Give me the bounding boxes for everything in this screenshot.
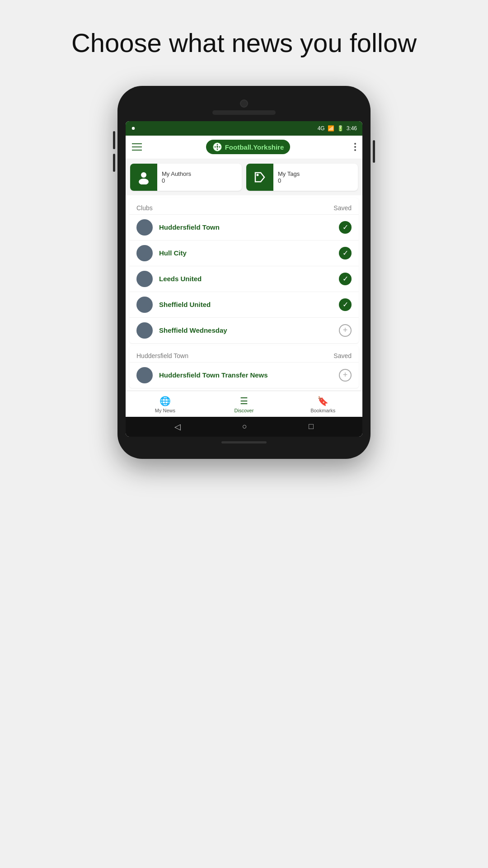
clubs-title: Clubs (136, 204, 153, 212)
volume-down-btn (113, 154, 115, 172)
leeds-saved-check[interactable]: ✓ (339, 273, 352, 285)
hull-name: Hull City (159, 249, 333, 257)
page-heading: Choose what news you follow (53, 27, 435, 59)
discover-icon: ☰ (240, 396, 248, 406)
table-row[interactable]: Huddersfield Town ✓ (129, 214, 359, 240)
battery-icon: 🔋 (337, 125, 344, 132)
transfer-news-add-button[interactable]: + (339, 369, 352, 382)
nav-item-discover[interactable]: ☰ Discover (205, 391, 284, 417)
huddersfield-section-saved-label: Saved (333, 352, 352, 359)
huddersfield-name: Huddersfield Town (159, 223, 333, 231)
list-item[interactable]: Huddersfield Town Transfer News + (129, 362, 359, 388)
transfer-news-avatar (136, 367, 153, 383)
huddersfield-section: Huddersfield Town Saved Huddersfield Tow… (129, 346, 359, 388)
my-tags-info: My Tags 0 (278, 168, 300, 187)
huddersfield-section-title: Huddersfield Town (136, 352, 188, 359)
tab-my-tags[interactable]: My Tags 0 (246, 164, 358, 191)
huddersfield-saved-check[interactable]: ✓ (339, 221, 352, 234)
discover-label: Discover (235, 408, 254, 413)
network-label: 4G (318, 125, 325, 132)
app-bar: Football.Yorkshire (126, 136, 362, 159)
signal-icon: 📶 (328, 125, 334, 132)
phone-speaker (212, 110, 276, 115)
bottom-nav: 🌐 My News ☰ Discover 🔖 Bookmarks (126, 391, 362, 417)
back-button[interactable]: ◁ (174, 422, 181, 432)
time-label: 3:46 (347, 125, 357, 132)
my-tags-count: 0 (278, 177, 300, 184)
more-options-button[interactable] (354, 143, 356, 151)
sheffield-united-avatar (136, 297, 153, 313)
leeds-name: Leeds United (159, 275, 333, 283)
svg-point-8 (139, 179, 149, 184)
nav-item-bookmarks[interactable]: 🔖 Bookmarks (283, 391, 362, 417)
phone-screen: ⏺ 4G 📶 🔋 3:46 (126, 121, 362, 437)
table-row[interactable]: Sheffield Wednesday + (129, 317, 359, 343)
phone-camera (240, 99, 248, 108)
huddersfield-avatar (136, 219, 153, 236)
tabs-row: My Authors 0 My Tags 0 (126, 159, 362, 195)
android-nav-bar: ◁ ○ □ (126, 417, 362, 437)
clubs-saved-label: Saved (333, 204, 352, 212)
phone-bottom-bar (221, 441, 267, 443)
huddersfield-section-header: Huddersfield Town Saved (129, 346, 359, 362)
logo-text-football: Football. (225, 143, 253, 151)
recents-button[interactable]: □ (309, 422, 314, 431)
app-logo: Football.Yorkshire (206, 140, 291, 154)
leeds-avatar (136, 271, 153, 287)
my-authors-count: 0 (162, 177, 191, 184)
sheffield-wednesday-name: Sheffield Wednesday (159, 326, 333, 334)
svg-point-9 (257, 174, 259, 176)
music-icon: ⏺ (131, 126, 136, 131)
tab-my-authors[interactable]: My Authors 0 (130, 164, 242, 191)
power-btn (373, 140, 375, 163)
my-authors-info: My Authors 0 (162, 168, 191, 187)
hull-saved-check[interactable]: ✓ (339, 247, 352, 259)
svg-point-7 (141, 172, 146, 178)
hamburger-button[interactable] (132, 143, 142, 151)
my-tags-label: My Tags (278, 170, 300, 177)
transfer-news-name: Huddersfield Town Transfer News (159, 371, 333, 379)
nav-item-my-news[interactable]: 🌐 My News (126, 391, 205, 417)
status-right: 4G 📶 🔋 3:46 (318, 125, 357, 132)
logo-text: Football.Yorkshire (225, 143, 284, 151)
person-icon (136, 170, 151, 184)
table-row[interactable]: Sheffield United ✓ (129, 292, 359, 317)
hull-avatar (136, 245, 153, 261)
my-tags-icon-box (246, 164, 273, 191)
my-authors-label: My Authors (162, 170, 191, 177)
clubs-section-header: Clubs Saved (129, 198, 359, 214)
table-row[interactable]: Leeds United ✓ (129, 266, 359, 292)
phone-frame: ⏺ 4G 📶 🔋 3:46 (117, 86, 371, 459)
bookmarks-label: Bookmarks (310, 408, 335, 413)
tag-icon (253, 170, 267, 184)
table-row[interactable]: Hull City ✓ (129, 240, 359, 266)
sheffield-wednesday-avatar (136, 322, 153, 339)
volume-up-btn (113, 131, 115, 149)
clubs-section: Clubs Saved Huddersfield Town ✓ Hull Cit… (129, 198, 359, 343)
sheffield-united-name: Sheffield United (159, 301, 333, 308)
my-news-icon: 🌐 (160, 396, 171, 406)
status-bar: ⏺ 4G 📶 🔋 3:46 (126, 121, 362, 136)
status-left: ⏺ (131, 126, 136, 131)
logo-text-yorkshire: Yorkshire (253, 143, 284, 151)
bookmarks-icon: 🔖 (317, 396, 328, 406)
sheffield-wednesday-add-button[interactable]: + (339, 324, 352, 337)
my-authors-icon-box (130, 164, 157, 191)
home-button[interactable]: ○ (242, 422, 247, 431)
soccer-ball-icon (212, 142, 222, 152)
sheffield-united-saved-check[interactable]: ✓ (339, 298, 352, 311)
my-news-label: My News (155, 408, 175, 413)
